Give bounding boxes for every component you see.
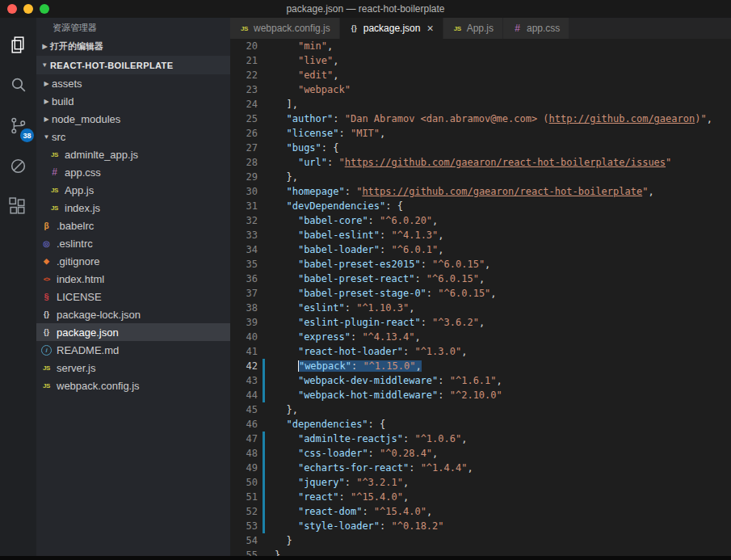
extensions-icon[interactable]: [0, 186, 36, 226]
tab-label: package.json: [363, 23, 421, 34]
token: ],: [275, 99, 298, 110]
code-line-31[interactable]: 31 "devDependencies": {: [230, 199, 731, 213]
code-line-52[interactable]: 52 "react-dom": "^15.4.0",: [230, 504, 731, 519]
code-line-51[interactable]: 51 "react": "^15.4.0",: [230, 490, 731, 504]
code-line-20[interactable]: 20 "min",: [230, 39, 731, 53]
tree-item-webpack.config.js[interactable]: JSwebpack.config.js: [36, 377, 230, 394]
code-line-50[interactable]: 50 "jquery": "^3.2.1",: [230, 475, 731, 490]
tree-item-label: index.js: [65, 202, 100, 214]
token: "live": [298, 55, 333, 66]
token: "^15.4.0": [351, 491, 403, 503]
code-line-28[interactable]: 28 "url": "https://github.com/gaearon/re…: [230, 155, 731, 170]
tree-item-server.js[interactable]: JSserver.js: [36, 359, 230, 377]
tree-item-adminlte_app.js[interactable]: JSadminlte_app.js: [36, 145, 230, 163]
code-line-40[interactable]: 40 "express": "^4.13.4",: [230, 330, 731, 344]
code-line-47[interactable]: 47 "adminlte-reactjs": "^1.0.6",: [230, 432, 731, 446]
code-line-39[interactable]: 39 "eslint-plugin-react": "^3.6.2",: [230, 315, 731, 330]
open-editors-section-header[interactable]: ▶ 打开的编辑器: [36, 37, 230, 56]
close-window-button[interactable]: [7, 4, 17, 14]
code-line-34[interactable]: 34 "babel-loader": "^6.0.1",: [230, 242, 731, 257]
code-editor[interactable]: 20 "min",21 "live",22 "edit",23 "webpack…: [230, 39, 731, 560]
token: :: [403, 433, 414, 444]
code-line-53[interactable]: 53 "style-loader": "^0.18.2": [230, 519, 731, 533]
blocked-icon[interactable]: [0, 145, 36, 186]
code-line-22[interactable]: 22 "edit",: [230, 68, 731, 82]
code-line-54[interactable]: 54 }: [230, 533, 731, 548]
token: "echarts-for-react": [298, 462, 409, 474]
token: ,: [415, 360, 421, 372]
code-text: "echarts-for-react": "^1.4.4",: [265, 461, 473, 475]
code-line-26[interactable]: 26 "license": "MIT",: [230, 126, 731, 141]
tree-item-.babelrc[interactable]: β.babelrc: [36, 217, 230, 234]
tree-item-.eslintrc[interactable]: ◎.eslintrc: [36, 234, 230, 252]
source-control-icon[interactable]: 38: [0, 105, 36, 145]
chevron-right-icon: ▶: [40, 43, 50, 50]
token: ,: [432, 448, 438, 459]
editor-area: JSwebpack.config.js{}package.json×JSApp.…: [230, 18, 731, 560]
project-section-header[interactable]: ▼ REACT-HOT-BOILERPLATE: [36, 56, 230, 74]
token: :: [327, 157, 338, 168]
token: [275, 142, 286, 154]
token: },: [275, 404, 298, 415]
tree-item-app.css[interactable]: #app.css: [36, 163, 230, 181]
token: : {: [385, 200, 403, 212]
code-line-24[interactable]: 24 ],: [230, 97, 731, 112]
code-line-45[interactable]: 45 },: [230, 402, 731, 417]
code-line-41[interactable]: 41 "react-hot-loader": "^1.3.0",: [230, 344, 731, 359]
code-line-30[interactable]: 30 "homepage": "https://github.com/gaear…: [230, 184, 731, 199]
code-line-32[interactable]: 32 "babel-core": "^6.0.20",: [230, 213, 731, 228]
code-text: },: [265, 402, 298, 417]
token: ,: [497, 375, 502, 386]
explorer-icon[interactable]: [0, 24, 36, 65]
tree-item-.gitignore[interactable]: ◆.gitignore: [36, 252, 230, 270]
tree-item-src[interactable]: ▼src: [36, 128, 230, 145]
tree-item-build[interactable]: ▶build: [36, 92, 230, 110]
tab-package.json[interactable]: {}package.json×: [340, 18, 443, 39]
tab-app.js[interactable]: JSApp.js: [443, 18, 502, 39]
code-line-29[interactable]: 29 },: [230, 170, 731, 184]
tree-item-index.html[interactable]: <>index.html: [36, 270, 230, 288]
tree-item-package-lock.json[interactable]: {}package-lock.json: [36, 305, 230, 323]
token: http://github.com/gaearon: [549, 113, 695, 124]
info-file-icon: i: [41, 345, 52, 356]
code-line-42[interactable]: 42 "webpack": "^1.15.0",: [230, 359, 731, 373]
tree-item-assets[interactable]: ▶assets: [36, 74, 230, 92]
zoom-window-button[interactable]: [40, 4, 49, 14]
code-line-43[interactable]: 43 "webpack-dev-middleware": "^1.6.1",: [230, 373, 731, 388]
code-line-35[interactable]: 35 "babel-preset-es2015": "^6.0.15",: [230, 257, 731, 272]
tree-item-node_modules[interactable]: ▶node_modules: [36, 110, 230, 128]
code-line-49[interactable]: 49 "echarts-for-react": "^1.4.4",: [230, 461, 731, 475]
code-line-37[interactable]: 37 "babel-preset-stage-0": "^6.0.15",: [230, 286, 731, 301]
code-line-38[interactable]: 38 "eslint": "^1.10.3",: [230, 301, 731, 315]
code-line-46[interactable]: 46 "dependencies": {: [230, 417, 731, 432]
tab-app.css[interactable]: #app.css: [503, 18, 569, 39]
search-icon[interactable]: [0, 65, 36, 105]
code-line-36[interactable]: 36 "babel-preset-react": "^6.0.15",: [230, 272, 731, 286]
code-line-27[interactable]: 27 "bugs": {: [230, 141, 731, 155]
open-editors-label: 打开的编辑器: [50, 40, 103, 53]
code-line-25[interactable]: 25 "author": "Dan Abramov <dan.abramov@m…: [230, 112, 731, 126]
tree-item-license[interactable]: §LICENSE: [36, 288, 230, 305]
token: [275, 506, 298, 517]
line-number: 32: [230, 213, 258, 228]
minimize-window-button[interactable]: [23, 4, 33, 14]
tree-item-readme.md[interactable]: iREADME.md: [36, 341, 230, 359]
code-line-48[interactable]: 48 "css-loader": "^0.28.4",: [230, 446, 731, 461]
tab-webpack.config.js[interactable]: JSwebpack.config.js: [230, 18, 339, 39]
line-number: 54: [230, 533, 258, 548]
tree-item-app.js[interactable]: JSApp.js: [36, 181, 230, 199]
license-file-icon: §: [41, 292, 52, 302]
token: :: [351, 331, 362, 343]
token: [275, 40, 298, 52]
code-line-21[interactable]: 21 "live",: [230, 53, 731, 68]
token: "^3.6.2": [432, 317, 479, 328]
token: :: [345, 186, 356, 197]
code-line-33[interactable]: 33 "babel-eslint": "^4.1.3",: [230, 228, 731, 242]
code-text: "eslint": "^1.10.3",: [265, 301, 414, 315]
tree-item-package.json[interactable]: {}package.json: [36, 323, 230, 341]
tree-item-index.js[interactable]: JSindex.js: [36, 199, 230, 217]
close-tab-icon[interactable]: ×: [426, 23, 433, 34]
code-line-44[interactable]: 44 "webpack-hot-middleware": "^2.10.0": [230, 388, 731, 402]
token: "min": [298, 40, 327, 52]
code-line-23[interactable]: 23 "webpack": [230, 82, 731, 97]
